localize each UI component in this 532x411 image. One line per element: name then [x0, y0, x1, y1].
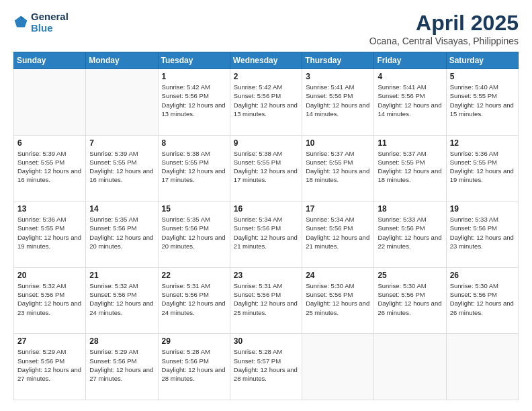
day-number: 18	[378, 204, 442, 214]
day-info: Sunrise: 5:35 AM Sunset: 5:56 PM Dayligh…	[89, 215, 154, 250]
calendar-cell: 19Sunrise: 5:33 AM Sunset: 5:56 PM Dayli…	[446, 201, 518, 268]
logo: General Blue	[13, 11, 69, 34]
day-info: Sunrise: 5:39 AM Sunset: 5:55 PM Dayligh…	[89, 149, 154, 185]
calendar-cell: 24Sunrise: 5:30 AM Sunset: 5:56 PM Dayli…	[302, 267, 374, 334]
day-number: 26	[450, 271, 515, 280]
calendar-cell	[14, 69, 86, 136]
weekday-header: Thursday	[302, 52, 374, 69]
day-info: Sunrise: 5:28 AM Sunset: 5:57 PM Dayligh…	[234, 347, 298, 383]
day-info: Sunrise: 5:36 AM Sunset: 5:55 PM Dayligh…	[17, 215, 82, 250]
calendar-cell: 15Sunrise: 5:35 AM Sunset: 5:56 PM Dayli…	[158, 201, 230, 268]
calendar-cell: 4Sunrise: 5:41 AM Sunset: 5:56 PM Daylig…	[374, 69, 446, 136]
main-title: April 2025	[369, 11, 519, 36]
day-info: Sunrise: 5:29 AM Sunset: 5:56 PM Dayligh…	[89, 347, 154, 383]
calendar-cell: 1Sunrise: 5:42 AM Sunset: 5:56 PM Daylig…	[158, 69, 230, 136]
calendar-cell: 21Sunrise: 5:32 AM Sunset: 5:56 PM Dayli…	[86, 267, 158, 334]
calendar-table: SundayMondayTuesdayWednesdayThursdayFrid…	[13, 52, 519, 400]
day-number: 13	[17, 204, 82, 214]
calendar-cell: 9Sunrise: 5:38 AM Sunset: 5:55 PM Daylig…	[230, 135, 302, 201]
day-number: 15	[162, 204, 226, 214]
header: General Blue April 2025 Ocana, Central V…	[13, 11, 519, 46]
weekday-header: Friday	[374, 52, 446, 69]
day-number: 7	[89, 138, 154, 148]
week-row: 20Sunrise: 5:32 AM Sunset: 5:56 PM Dayli…	[14, 267, 519, 334]
day-info: Sunrise: 5:32 AM Sunset: 5:56 PM Dayligh…	[89, 281, 154, 317]
calendar-cell: 26Sunrise: 5:30 AM Sunset: 5:56 PM Dayli…	[446, 267, 518, 334]
day-number: 24	[306, 271, 370, 280]
day-info: Sunrise: 5:35 AM Sunset: 5:56 PM Dayligh…	[162, 215, 226, 250]
logo-icon	[13, 15, 28, 30]
calendar-cell: 6Sunrise: 5:39 AM Sunset: 5:55 PM Daylig…	[14, 135, 86, 201]
calendar-cell: 29Sunrise: 5:28 AM Sunset: 5:56 PM Dayli…	[158, 334, 230, 400]
day-number: 9	[234, 138, 298, 148]
calendar-cell: 3Sunrise: 5:41 AM Sunset: 5:56 PM Daylig…	[302, 69, 374, 136]
day-info: Sunrise: 5:41 AM Sunset: 5:56 PM Dayligh…	[306, 83, 370, 118]
calendar-cell: 20Sunrise: 5:32 AM Sunset: 5:56 PM Dayli…	[14, 267, 86, 334]
calendar-cell	[86, 69, 158, 136]
weekday-header: Monday	[86, 52, 158, 69]
calendar-cell: 11Sunrise: 5:37 AM Sunset: 5:55 PM Dayli…	[374, 135, 446, 201]
day-info: Sunrise: 5:34 AM Sunset: 5:56 PM Dayligh…	[306, 215, 370, 250]
calendar-cell: 12Sunrise: 5:36 AM Sunset: 5:55 PM Dayli…	[446, 135, 518, 201]
day-number: 30	[234, 336, 298, 346]
day-info: Sunrise: 5:30 AM Sunset: 5:56 PM Dayligh…	[378, 281, 442, 317]
week-row: 6Sunrise: 5:39 AM Sunset: 5:55 PM Daylig…	[14, 135, 519, 201]
calendar-cell: 23Sunrise: 5:31 AM Sunset: 5:56 PM Dayli…	[230, 267, 302, 334]
calendar-cell: 17Sunrise: 5:34 AM Sunset: 5:56 PM Dayli…	[302, 201, 374, 268]
day-info: Sunrise: 5:37 AM Sunset: 5:55 PM Dayligh…	[378, 149, 442, 185]
day-number: 25	[378, 271, 442, 280]
day-info: Sunrise: 5:38 AM Sunset: 5:55 PM Dayligh…	[162, 149, 226, 185]
day-info: Sunrise: 5:41 AM Sunset: 5:56 PM Dayligh…	[378, 83, 442, 118]
calendar-cell: 7Sunrise: 5:39 AM Sunset: 5:55 PM Daylig…	[86, 135, 158, 201]
weekday-header: Tuesday	[158, 52, 230, 69]
day-number: 2	[234, 72, 298, 81]
day-number: 4	[378, 72, 442, 81]
day-info: Sunrise: 5:28 AM Sunset: 5:56 PM Dayligh…	[162, 347, 226, 383]
day-info: Sunrise: 5:39 AM Sunset: 5:55 PM Dayligh…	[17, 149, 82, 185]
calendar-cell: 25Sunrise: 5:30 AM Sunset: 5:56 PM Dayli…	[374, 267, 446, 334]
day-number: 1	[162, 72, 226, 81]
day-info: Sunrise: 5:32 AM Sunset: 5:56 PM Dayligh…	[17, 281, 82, 317]
day-number: 11	[378, 138, 442, 148]
weekday-header: Sunday	[14, 52, 86, 69]
calendar-cell: 10Sunrise: 5:37 AM Sunset: 5:55 PM Dayli…	[302, 135, 374, 201]
weekday-header: Wednesday	[230, 52, 302, 69]
day-number: 21	[89, 271, 154, 280]
calendar-cell: 8Sunrise: 5:38 AM Sunset: 5:55 PM Daylig…	[158, 135, 230, 201]
logo-text: General Blue	[31, 11, 69, 34]
calendar-cell: 14Sunrise: 5:35 AM Sunset: 5:56 PM Dayli…	[86, 201, 158, 268]
calendar-cell: 18Sunrise: 5:33 AM Sunset: 5:56 PM Dayli…	[374, 201, 446, 268]
calendar-cell	[302, 334, 374, 400]
day-number: 19	[450, 204, 515, 214]
weekday-header: Saturday	[446, 52, 518, 69]
calendar-cell: 13Sunrise: 5:36 AM Sunset: 5:55 PM Dayli…	[14, 201, 86, 268]
calendar-cell	[374, 334, 446, 400]
calendar-header-row: SundayMondayTuesdayWednesdayThursdayFrid…	[14, 52, 519, 69]
day-info: Sunrise: 5:31 AM Sunset: 5:56 PM Dayligh…	[162, 281, 226, 317]
day-number: 5	[450, 72, 515, 81]
calendar-cell: 5Sunrise: 5:40 AM Sunset: 5:55 PM Daylig…	[446, 69, 518, 136]
day-info: Sunrise: 5:33 AM Sunset: 5:56 PM Dayligh…	[450, 215, 515, 250]
day-info: Sunrise: 5:38 AM Sunset: 5:55 PM Dayligh…	[234, 149, 298, 185]
day-number: 8	[162, 138, 226, 148]
day-number: 27	[17, 336, 82, 346]
week-row: 27Sunrise: 5:29 AM Sunset: 5:56 PM Dayli…	[14, 334, 519, 400]
day-info: Sunrise: 5:37 AM Sunset: 5:55 PM Dayligh…	[306, 149, 370, 185]
calendar-cell: 2Sunrise: 5:42 AM Sunset: 5:56 PM Daylig…	[230, 69, 302, 136]
day-number: 14	[89, 204, 154, 214]
day-number: 23	[234, 271, 298, 280]
calendar-cell	[446, 334, 518, 400]
week-row: 1Sunrise: 5:42 AM Sunset: 5:56 PM Daylig…	[14, 69, 519, 136]
title-block: April 2025 Ocana, Central Visayas, Phili…	[369, 11, 519, 46]
day-number: 12	[450, 138, 515, 148]
calendar-cell: 22Sunrise: 5:31 AM Sunset: 5:56 PM Dayli…	[158, 267, 230, 334]
day-info: Sunrise: 5:30 AM Sunset: 5:56 PM Dayligh…	[306, 281, 370, 317]
day-info: Sunrise: 5:42 AM Sunset: 5:56 PM Dayligh…	[162, 83, 226, 118]
day-info: Sunrise: 5:31 AM Sunset: 5:56 PM Dayligh…	[234, 281, 298, 317]
day-info: Sunrise: 5:30 AM Sunset: 5:56 PM Dayligh…	[450, 281, 515, 317]
day-number: 6	[17, 138, 82, 148]
calendar-cell: 16Sunrise: 5:34 AM Sunset: 5:56 PM Dayli…	[230, 201, 302, 268]
calendar-cell: 30Sunrise: 5:28 AM Sunset: 5:57 PM Dayli…	[230, 334, 302, 400]
calendar-cell: 27Sunrise: 5:29 AM Sunset: 5:56 PM Dayli…	[14, 334, 86, 400]
week-row: 13Sunrise: 5:36 AM Sunset: 5:55 PM Dayli…	[14, 201, 519, 268]
